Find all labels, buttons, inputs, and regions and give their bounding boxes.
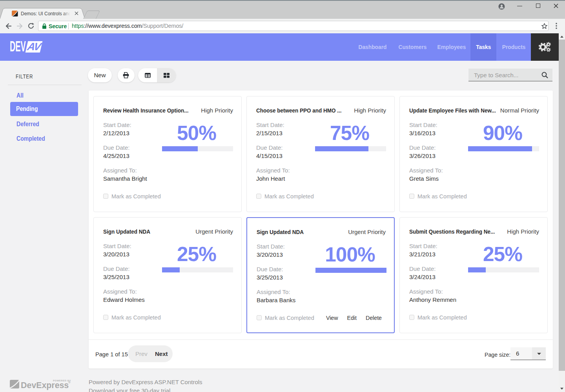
- svg-text:POWERED BY: POWERED BY: [53, 379, 71, 382]
- svg-text:DevExpress: DevExpress: [21, 380, 69, 390]
